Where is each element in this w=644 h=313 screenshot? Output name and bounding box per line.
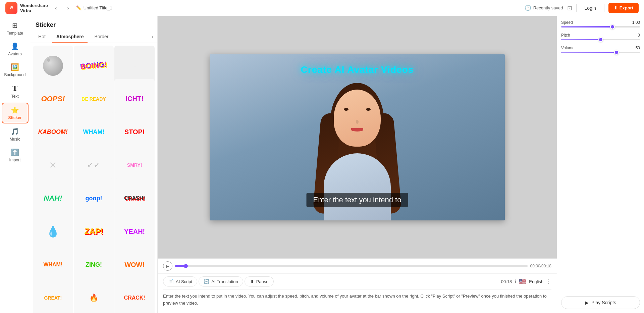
script-duration: 00:18 [501, 279, 512, 284]
speed-track[interactable] [561, 26, 640, 28]
pause-icon: ⏸ [250, 279, 254, 284]
sidebar-label-avatars: Avatars [8, 52, 21, 56]
sidebar-item-music[interactable]: 🎵 Music [2, 125, 29, 144]
speed-label: Speed [561, 20, 573, 25]
nav-forward-button[interactable]: › [64, 4, 72, 12]
sidebar-item-sticker[interactable]: ⭐ Sticker [2, 103, 29, 123]
login-button[interactable]: Login [581, 3, 600, 13]
volume-fill [561, 52, 616, 53]
export-icon: ⬆ [614, 5, 618, 10]
sidebar: ⊞ Template 👤 Avatars 🖼️ Background T Tex… [0, 16, 30, 313]
pause-button[interactable]: ⏸ Pause [245, 276, 274, 286]
preview-icon[interactable]: ⊡ [567, 4, 572, 12]
script-panel: 📄 AI Script 🔄 AI Translation ⏸ Pause 00:… [158, 274, 557, 313]
script-tabs: 📄 AI Script 🔄 AI Translation ⏸ Pause 00:… [163, 274, 551, 290]
topbar: W WondershareVirbo ‹ › ✏️ Untitled Title… [0, 0, 644, 16]
sticker-great[interactable]: GREAT! [33, 278, 73, 313]
sticker-panel-title: Sticker [30, 16, 157, 31]
logo-icon: W [5, 2, 17, 14]
sidebar-label-text: Text [11, 94, 18, 99]
sidebar-label-sticker: Sticker [8, 115, 21, 120]
sticker-icon: ⭐ [11, 106, 19, 114]
subtitle-bar: Enter the text you intend to [307, 193, 408, 207]
tab-hot[interactable]: Hot [34, 31, 50, 43]
file-edit-icon: ✏️ [76, 5, 82, 10]
sticker-grid: BOING! ··· OOPS! BE READY ICHT! KABOOM! … [30, 43, 157, 313]
video-preview: Create AI Avatar Videos [158, 16, 557, 258]
background-icon: 🖼️ [11, 63, 19, 71]
progress-bar[interactable] [175, 265, 528, 267]
sidebar-label-import: Import [9, 158, 20, 162]
play-scripts-icon: ▶ [585, 300, 589, 305]
content-area: Create AI Avatar Videos [158, 16, 557, 313]
timeline-area: ▶ 00:00/00:18 📄 AI Script 🔄 AI Translati… [158, 258, 557, 313]
progress-thumb [184, 264, 188, 268]
logo: W WondershareVirbo [5, 2, 48, 14]
language-label: English [529, 279, 543, 284]
tab-atmosphere[interactable]: Atmosphere [52, 31, 88, 43]
main-layout: ⊞ Template 👤 Avatars 🖼️ Background T Tex… [0, 16, 644, 313]
language-flag: 🇺🇸 [519, 278, 526, 285]
topbar-divider2 [604, 4, 604, 12]
import-icon: ⬆️ [11, 148, 19, 156]
speed-fill [561, 26, 612, 28]
play-scripts-button[interactable]: ▶ Play Scripts [561, 296, 640, 309]
speed-slider-container: Speed 1.00 [561, 20, 640, 28]
play-button[interactable]: ▶ [163, 261, 172, 271]
ai-script-button[interactable]: 📄 AI Script [163, 276, 197, 286]
clock-icon: 🕐 [525, 5, 531, 11]
ai-translation-button[interactable]: 🔄 AI Translation [199, 276, 243, 286]
timeline-bar: ▶ 00:00/00:18 [158, 259, 557, 274]
sidebar-item-template[interactable]: ⊞ Template [2, 19, 29, 38]
sticker-tabs: Hot Atmosphere Border › [30, 31, 157, 43]
nav-back-button[interactable]: ‹ [52, 4, 60, 12]
ai-script-icon: 📄 [168, 279, 174, 284]
export-button[interactable]: ⬆ Export [608, 3, 639, 13]
tab-border[interactable]: Border [90, 31, 112, 43]
sidebar-item-import[interactable]: ⬆️ Import [2, 146, 29, 165]
timeline-time: 00:00/00:18 [530, 264, 551, 268]
volume-track[interactable] [561, 52, 640, 53]
music-icon: 🎵 [11, 127, 19, 136]
text-icon: T [12, 84, 17, 93]
volume-thumb[interactable] [614, 50, 619, 55]
file-title-area: ✏️ Untitled Title_1 [76, 5, 112, 10]
script-text[interactable]: Enter the text you intend to put in the … [163, 290, 551, 310]
template-icon: ⊞ [12, 21, 18, 30]
topbar-divider [576, 4, 577, 12]
tab-more-icon[interactable]: › [152, 34, 153, 40]
sticker-panel: Sticker Hot Atmosphere Border › BOING! ·… [30, 16, 158, 313]
sidebar-label-music: Music [10, 137, 20, 142]
avatars-icon: 👤 [11, 42, 19, 50]
pitch-value: 0 [638, 33, 640, 38]
moon-decoration [43, 56, 63, 76]
sidebar-item-avatars[interactable]: 👤 Avatars [2, 40, 29, 59]
file-title: Untitled Title_1 [84, 5, 112, 10]
pitch-slider-container: Pitch 0 [561, 33, 640, 40]
sidebar-item-background[interactable]: 🖼️ Background [2, 60, 29, 80]
pitch-label: Pitch [561, 33, 570, 38]
video-canvas: Create AI Avatar Videos [210, 54, 505, 220]
volume-label: Volume [561, 46, 575, 50]
speed-value: 1.00 [632, 20, 640, 25]
volume-value: 50 [636, 46, 640, 50]
sidebar-label-template: Template [7, 31, 23, 36]
logo-text: WondershareVirbo [20, 3, 48, 13]
sidebar-label-background: Background [4, 72, 25, 77]
right-panel: Speed 1.00 Pitch 0 Volume 50 [557, 16, 644, 313]
sidebar-item-text[interactable]: T Text [2, 81, 29, 101]
volume-slider-container: Volume 50 [561, 46, 640, 53]
sticker-crack[interactable]: CRACK! [114, 278, 155, 313]
avatar-face [334, 90, 381, 147]
sticker-fire[interactable]: 🔥 [74, 278, 114, 313]
video-title: Create AI Avatar Videos [301, 64, 414, 75]
pitch-track[interactable] [561, 39, 640, 40]
script-info: 00:18 ℹ 🇺🇸 English ⋮ [501, 278, 551, 285]
settings-icon[interactable]: ⋮ [546, 278, 551, 285]
info-icon: ℹ [515, 279, 516, 284]
recently-saved: 🕐 Recently saved [525, 5, 563, 11]
ai-translation-icon: 🔄 [204, 279, 209, 284]
pitch-fill [561, 39, 601, 40]
pitch-thumb[interactable] [598, 37, 603, 42]
speed-thumb[interactable] [610, 24, 615, 29]
